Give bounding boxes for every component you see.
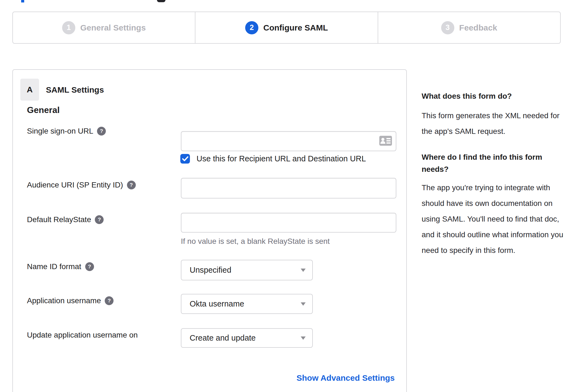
app-username-label: Application username [27, 296, 101, 305]
app-username-label-row: Application username ? [27, 296, 114, 305]
help-icon[interactable]: ? [97, 127, 106, 136]
step-label: Configure SAML [263, 23, 328, 32]
help-icon[interactable]: ? [85, 262, 94, 271]
chevron-down-icon [301, 302, 306, 306]
relay-state-input[interactable] [181, 213, 396, 233]
wizard-stepper: 1 General Settings 2 Configure SAML 3 Fe… [12, 12, 561, 44]
name-id-format-label: Name ID format [27, 262, 81, 271]
sidebar-heading-where: Where do I find the info this form needs… [422, 151, 565, 175]
cutoff-logo-fragment [157, 0, 165, 2]
name-id-format-label-row: Name ID format ? [27, 262, 94, 271]
recipient-url-checkbox-row: Use this for Recipient URL and Destinati… [180, 154, 366, 164]
help-sidebar: What does this form do? This form genera… [422, 91, 565, 258]
step-number-badge: 2 [245, 21, 258, 34]
update-username-value: Create and update [190, 333, 301, 343]
sidebar-paragraph-where: The app you're trying to integrate with … [422, 180, 565, 258]
update-username-label: Update application username on [27, 331, 138, 339]
show-advanced-settings-link[interactable]: Show Advanced Settings [297, 373, 395, 383]
step-label: Feedback [459, 23, 497, 32]
sso-url-field-wrap [181, 131, 396, 151]
sso-url-label: Single sign-on URL [27, 127, 93, 136]
step-configure-saml[interactable]: 2 Configure SAML [195, 12, 377, 43]
help-icon[interactable]: ? [95, 215, 104, 224]
step-general-settings[interactable]: 1 General Settings [13, 12, 195, 43]
step-label: General Settings [80, 23, 146, 32]
step-number-badge: 1 [62, 21, 75, 34]
general-group-title: General [27, 105, 60, 115]
help-icon[interactable]: ? [127, 181, 136, 189]
step-feedback[interactable]: 3 Feedback [378, 12, 560, 43]
chevron-down-icon [301, 336, 306, 340]
saml-settings-panel: A SAML Settings General Single sign-on U… [12, 69, 407, 392]
contact-card-icon[interactable] [379, 136, 392, 147]
app-username-select[interactable]: Okta username [181, 294, 313, 314]
sidebar-heading-what: What does this form do? [422, 91, 565, 102]
page: 1 General Settings 2 Configure SAML 3 Fe… [0, 0, 575, 392]
help-icon[interactable]: ? [105, 296, 114, 305]
relay-state-label-row: Default RelayState ? [27, 215, 104, 224]
relay-state-label: Default RelayState [27, 215, 91, 224]
audience-uri-label: Audience URI (SP Entity ID) [27, 181, 123, 189]
sso-url-label-row: Single sign-on URL ? [27, 127, 106, 136]
name-id-format-value: Unspecified [190, 266, 301, 275]
cutoff-blue-fragment [21, 0, 24, 2]
name-id-format-select[interactable]: Unspecified [181, 260, 313, 280]
app-username-value: Okta username [190, 299, 301, 308]
update-username-select[interactable]: Create and update [181, 328, 313, 348]
recipient-url-checkbox-label: Use this for Recipient URL and Destinati… [197, 154, 366, 163]
sso-url-input[interactable] [181, 131, 396, 151]
section-title: SAML Settings [46, 85, 104, 95]
relay-state-hint: If no value is set, a blank RelayState i… [181, 237, 330, 246]
section-letter-badge: A [20, 79, 39, 101]
recipient-url-checkbox[interactable] [180, 154, 190, 164]
update-username-label-row: Update application username on [27, 331, 138, 339]
audience-uri-input[interactable] [181, 178, 396, 198]
sidebar-paragraph-what: This form generates the XML needed for t… [422, 108, 565, 139]
step-number-badge: 3 [441, 21, 454, 34]
chevron-down-icon [301, 269, 306, 272]
audience-uri-label-row: Audience URI (SP Entity ID) ? [27, 181, 136, 189]
